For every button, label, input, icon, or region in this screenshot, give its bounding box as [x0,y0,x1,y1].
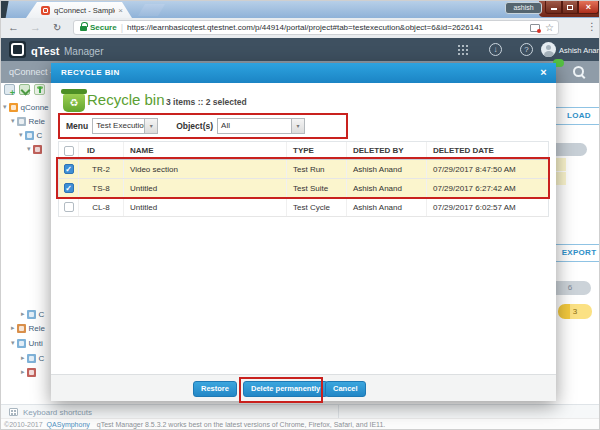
add-node-icon[interactable] [4,84,15,95]
row-checkbox[interactable] [64,202,74,212]
tree-item-label: C [37,131,43,140]
search-icon[interactable] [572,65,586,79]
keyboard-icon [9,408,18,416]
table-row[interactable]: ✓ TS-8 Untitled Test Suite Ashish Anand … [59,179,548,198]
tree-arrow-icon[interactable]: ▾ [19,131,23,139]
user-avatar[interactable] [541,42,556,57]
column-header-type[interactable]: TYPE [287,142,347,159]
tab-title: qConnect - Sample Proj [54,6,115,15]
column-header-name[interactable]: NAME [124,142,287,159]
column-header-id[interactable]: ID [79,142,124,159]
tree-item-cycle[interactable]: ▸ C [21,308,44,320]
reload-icon[interactable]: ↻ [53,22,61,33]
tree-item-release[interactable]: ▸ Rele [11,322,45,334]
chevron-down-icon[interactable]: ▾ [144,119,157,133]
cell-id: TR-2 [79,160,124,178]
user-name[interactable]: Ashish Anand [559,46,600,55]
tree-item-cycle[interactable]: ▾ C [19,129,42,141]
row-checkbox[interactable]: ✓ [64,183,74,193]
tree-arrow-icon[interactable]: ▾ [3,103,7,111]
selection-summary: 3 items :: 2 selected [166,97,247,107]
browser-menu-icon[interactable]: ⋮ [587,21,597,32]
tree-item-root[interactable]: ▾ qConne [3,101,49,113]
footer-note: qTest Manager 8.5.3.2 works best on the … [97,421,386,428]
browser-tab[interactable]: qConnect - Sample Proj × [26,2,132,18]
project-name[interactable]: qConnect - [9,67,53,77]
minimize-button[interactable] [545,1,562,14]
restore-button[interactable]: Restore [193,381,237,397]
home-icon [9,103,18,112]
cancel-button[interactable]: Cancel [325,381,366,397]
back-icon[interactable]: ← [8,21,19,33]
test-cycle-icon [25,131,34,140]
browser-profile-chip[interactable]: ashish [505,2,542,14]
help-icon[interactable]: ? [520,43,533,56]
tree-arrow-icon[interactable]: ▸ [21,354,25,362]
test-cycle-icon [27,310,36,319]
table-header-row: ID NAME TYPE DELETED BY DELETED DATE [59,142,548,160]
forward-icon[interactable]: → [30,21,41,33]
menu-select-value: Test Execution [93,119,144,133]
app-grid-icon[interactable] [458,45,468,55]
tree-item-release[interactable]: ▾ Rele [11,115,45,127]
table-row[interactable]: CL-8 Untitled Test Cycle Ashish Anand 07… [59,198,548,217]
row-checkbox[interactable]: ✓ [64,164,74,174]
select-all-cell [59,142,79,159]
objects-select-value: All [218,119,291,133]
tree-item-cycle[interactable]: ▸ C [21,352,44,364]
tree-arrow-icon[interactable]: ▸ [11,324,15,332]
count-badge-yellow: 3 [558,304,592,319]
product-name: Manager [64,46,103,57]
column-header-deleted-date[interactable]: DELETED DATE [427,142,550,159]
cell-type: Test Suite [287,179,347,197]
chevron-down-icon[interactable]: ▾ [291,119,304,133]
keyboard-shortcuts-link[interactable]: Keyboard shortcuts [23,408,92,417]
brand-name: qTest [31,45,60,57]
objects-label: Object(s) [176,121,213,131]
tree-item-untitled[interactable]: ▾ Unti [11,337,43,349]
screen: qConnect - Sample Proj × ashish × ← → ↻ … [0,0,600,430]
import-icon[interactable] [19,84,30,95]
tree-arrow-icon[interactable]: ▸ [21,310,25,318]
column-header-deleted-by[interactable]: DELETED BY [347,142,427,159]
tree-item-suite[interactable]: ▸ [21,366,39,378]
tree-item-label: C [39,354,45,363]
tree-arrow-icon[interactable]: ▾ [27,145,31,153]
tree-item-suite[interactable]: ▾ [27,143,45,155]
recycle-glyph-icon: ♻ [63,96,85,110]
delete-permanently-button[interactable]: Delete permanently [243,381,328,397]
cell-deleted-by: Ashish Anand [347,160,427,178]
cell-name: Video section [124,160,287,178]
select-all-checkbox[interactable] [64,146,74,156]
url-separator: | [121,23,123,33]
test-suite-icon [33,145,42,154]
maximize-button[interactable] [562,1,578,14]
cell-name: Untitled [124,198,287,216]
objects-select[interactable]: All ▾ [217,118,305,134]
modal-titlebar: RECYCLE BIN × [51,63,556,83]
cell-deleted-by: Ashish Anand [347,179,427,197]
release-icon [17,324,26,333]
download-icon[interactable]: ↓ [489,43,502,56]
seedling-icon[interactable] [34,84,45,95]
copyright-text: ©2010-2017 [4,421,43,428]
tree-arrow-icon[interactable]: ▸ [21,368,25,376]
browser-toolbar: ← → ↻ Secure | https://learnbasicqtest.q… [1,18,600,38]
address-bar[interactable]: Secure | https://learnbasicqtest.qtestne… [73,20,559,35]
new-tab-button[interactable] [138,4,165,16]
tab-close-icon[interactable]: × [118,6,123,15]
company-link[interactable]: QASymphony [47,421,90,428]
cell-deleted-by: Ashish Anand [347,198,427,216]
modal-close-icon[interactable]: × [540,63,547,82]
filter-annotation-box: Menu Test Execution ▾ Object(s) All ▾ [58,113,348,139]
tree-item-label: C [39,310,45,319]
tree-arrow-icon[interactable]: ▾ [11,117,15,125]
tree-item-label: Rele [29,117,45,126]
status-bar: Keyboard shortcuts [1,404,600,418]
window-close-button[interactable]: × [578,1,599,14]
bookmark-star-icon[interactable]: ☆ [545,23,554,33]
table-row[interactable]: ✓ TR-2 Video section Test Run Ashish Ana… [59,160,548,179]
menu-select[interactable]: Test Execution ▾ [92,118,158,134]
notification-icon[interactable] [530,24,540,32]
tree-arrow-icon[interactable]: ▾ [11,339,15,347]
